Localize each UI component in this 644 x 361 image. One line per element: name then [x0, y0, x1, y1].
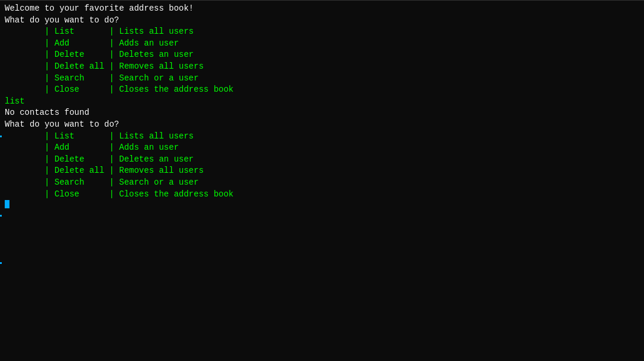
menu-row-6: | Close | Closes the address book [5, 84, 639, 96]
menu2-row-2: | Add | Adds an user [5, 142, 639, 154]
menu2-row-6: | Close | Closes the address book [5, 189, 639, 201]
menu-row-3: | Delete | Deletes an user [5, 49, 639, 61]
cursor-line [5, 200, 639, 208]
side-indicator-2 [0, 215, 2, 217]
welcome-line-1: Welcome to your favorite address book! [5, 3, 639, 15]
menu2-row-3: | Delete | Deletes an user [5, 154, 639, 166]
side-indicator-3 [0, 262, 2, 264]
menu-row-5: | Search | Search or a user [5, 73, 639, 85]
cursor [5, 200, 9, 208]
no-contacts-line: No contacts found [5, 107, 639, 119]
menu2-row-5: | Search | Search or a user [5, 177, 639, 189]
second-prompt: What do you want to do? [5, 119, 639, 131]
menu-row-2: | Add | Adds an user [5, 38, 639, 50]
user-input-list: list [5, 96, 639, 108]
menu2-row-4: | Delete all | Removes all users [5, 165, 639, 177]
side-indicator-1 [0, 136, 2, 137]
menu2-row-1: | List | Lists all users [5, 131, 639, 143]
welcome-line-2: What do you want to do? [5, 15, 639, 27]
menu-row-4: | Delete all | Removes all users [5, 61, 639, 73]
terminal-window: Welcome to your favorite address book! W… [0, 0, 644, 361]
menu-row-1: | List | Lists all users [5, 26, 639, 38]
